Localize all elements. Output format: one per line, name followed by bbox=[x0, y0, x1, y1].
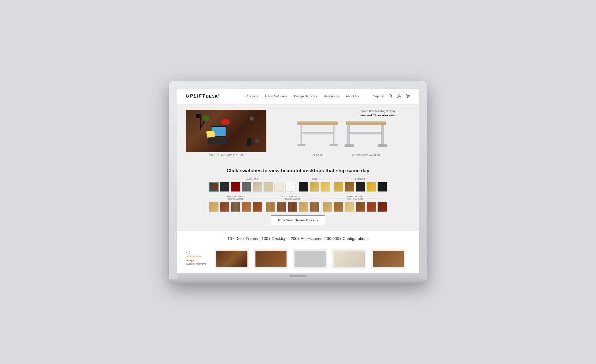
svg-rect-22 bbox=[350, 132, 381, 134]
bottom-product-5[interactable] bbox=[371, 249, 405, 269]
swatch-gray[interactable] bbox=[242, 182, 251, 192]
laptop-notch bbox=[289, 275, 307, 277]
bamboo-label: BAMBOO bbox=[355, 178, 366, 180]
rubberwood-label: RUBBERWOODSOLID WOOD bbox=[226, 195, 245, 200]
svg-rect-21 bbox=[378, 144, 387, 147]
swatch-eco-black[interactable] bbox=[299, 182, 308, 192]
v2-desk-label: V2 DESK bbox=[296, 154, 339, 156]
swatch-wp-2[interactable] bbox=[334, 202, 343, 212]
rubberwood-group: RUBBERWOODSOLID WOOD bbox=[209, 195, 262, 212]
wide-plank-swatches bbox=[323, 202, 387, 212]
v2-desk-image bbox=[296, 118, 339, 151]
swatch-bamboo-black[interactable] bbox=[355, 182, 365, 192]
swatch-eco-tan[interactable] bbox=[309, 182, 319, 192]
nav-products[interactable]: Products bbox=[246, 94, 258, 98]
swatches-title: Click swatches to view beautiful desktop… bbox=[184, 168, 412, 174]
nav-about[interactable]: About Us bbox=[346, 94, 359, 98]
desk-top-image bbox=[186, 110, 266, 152]
swatch-bb-2[interactable] bbox=[277, 202, 287, 212]
swatch-bb-4[interactable] bbox=[299, 202, 308, 212]
swatch-rw-3[interactable] bbox=[231, 202, 241, 212]
dream-desk-button[interactable]: Pick Your Dream Desk › bbox=[271, 215, 325, 225]
swatch-walnut[interactable] bbox=[209, 182, 219, 192]
cart-icon[interactable] bbox=[405, 94, 410, 98]
swatch-bamboo-dark[interactable] bbox=[377, 182, 387, 192]
swatch-bamboo-natural[interactable] bbox=[334, 182, 343, 192]
bottom-product-1[interactable] bbox=[215, 249, 249, 269]
swatch-groups-row1: LAMINATE bbox=[184, 178, 412, 192]
swatch-wp-3[interactable] bbox=[345, 202, 354, 212]
nav-links: Products Office Solutions Design Service… bbox=[231, 94, 373, 98]
swatch-bb-1[interactable] bbox=[266, 202, 276, 212]
eco-group: ECO bbox=[299, 178, 330, 192]
swatch-wp-5[interactable] bbox=[366, 202, 376, 212]
wide-plank-group: WIDE PLANKSOLID WOOD bbox=[323, 195, 387, 212]
svg-point-3 bbox=[407, 97, 408, 98]
svg-rect-11 bbox=[297, 144, 305, 146]
swatch-black[interactable] bbox=[220, 182, 230, 192]
butcher-block-swatches bbox=[266, 202, 319, 212]
laptop-screen: UPLIFT DESK® Products Office Solutions D… bbox=[177, 89, 419, 273]
swatch-rw-2[interactable] bbox=[220, 202, 230, 212]
nav-right: Support bbox=[373, 94, 410, 98]
butcher-block-label: BUTCHER BLOCKSOLID WOOD bbox=[282, 195, 303, 200]
swatch-bamboo-golden[interactable] bbox=[366, 182, 376, 192]
desk-top-label: WALNUT LAMINATE 1" THICK bbox=[186, 154, 266, 156]
nav-resources[interactable]: Resources bbox=[324, 94, 339, 98]
svg-rect-12 bbox=[330, 144, 338, 146]
swatch-bamboo-brown[interactable] bbox=[345, 182, 354, 192]
bottom-product-4[interactable] bbox=[332, 249, 366, 269]
v2-commercial-desk: V2-COMMERCIAL DESK bbox=[345, 118, 387, 156]
logo-uplift: UPLIFT bbox=[186, 94, 205, 99]
swatch-groups-row2: RUBBERWOODSOLID WOOD BUTC bbox=[184, 195, 412, 212]
swatch-rw-5[interactable] bbox=[253, 202, 262, 212]
swatch-wp-6[interactable] bbox=[377, 202, 387, 212]
bottom-product-3[interactable] bbox=[293, 249, 327, 269]
svg-rect-17 bbox=[348, 125, 349, 146]
review-stars: ★★★★★ bbox=[186, 255, 215, 258]
laptop-container: UPLIFT DESK® Products Office Solutions D… bbox=[169, 81, 427, 283]
bamboo-group: BAMBOO bbox=[334, 178, 387, 192]
nav-office-solutions[interactable]: Office Solutions bbox=[265, 94, 287, 98]
laptop-base bbox=[177, 273, 419, 279]
navigation: UPLIFT DESK® Products Office Solutions D… bbox=[177, 89, 419, 104]
laminate-label: LAMINATE bbox=[246, 178, 258, 180]
bottom-products: 4.8 ★★★★★ Google Customer Reviews bbox=[177, 246, 419, 273]
svg-rect-13 bbox=[302, 132, 333, 134]
logo[interactable]: UPLIFT DESK® bbox=[186, 94, 220, 99]
swatch-rw-1[interactable] bbox=[209, 202, 219, 212]
swatch-tan[interactable] bbox=[253, 182, 262, 192]
review-source: Google bbox=[186, 259, 215, 262]
svg-line-1 bbox=[391, 97, 393, 98]
swatch-beige[interactable] bbox=[264, 182, 273, 192]
user-icon[interactable] bbox=[397, 94, 401, 98]
swatch-red[interactable] bbox=[231, 182, 241, 192]
bottom-product-2[interactable] bbox=[254, 249, 288, 269]
swatch-light[interactable] bbox=[274, 182, 284, 192]
svg-rect-10 bbox=[334, 125, 335, 145]
laptop-foot bbox=[169, 279, 427, 283]
laminate-swatches bbox=[209, 182, 295, 192]
nav-support-label: Support bbox=[373, 94, 384, 98]
swatch-white[interactable] bbox=[285, 182, 295, 192]
swatch-rw-4[interactable] bbox=[242, 202, 251, 212]
swatch-bb-3[interactable] bbox=[288, 202, 297, 212]
wide-plank-label: WIDE PLANKSOLID WOOD bbox=[347, 195, 363, 200]
eco-label: ECO bbox=[312, 178, 317, 180]
stats-text: 10+ Desk Frames, 100+ Desktops, 200+ Acc… bbox=[186, 236, 410, 241]
swatch-wp-4[interactable] bbox=[355, 202, 365, 212]
review-score: 4.8 bbox=[186, 251, 215, 254]
swatches-section: Click swatches to view beautiful desktop… bbox=[177, 163, 419, 231]
logo-desk: DESK® bbox=[206, 94, 220, 98]
swatch-wp-1[interactable] bbox=[323, 202, 332, 212]
svg-rect-6 bbox=[297, 121, 338, 123]
swatch-eco-light[interactable] bbox=[320, 182, 330, 192]
swatch-bb-5[interactable] bbox=[309, 202, 319, 212]
svg-point-4 bbox=[409, 97, 409, 98]
search-icon[interactable] bbox=[388, 94, 393, 98]
bamboo-swatches bbox=[334, 182, 387, 192]
v2-commercial-desk-image bbox=[345, 118, 387, 151]
review-label: Customer Reviews bbox=[186, 262, 215, 265]
butcher-block-group: BUTCHER BLOCKSOLID WOOD bbox=[266, 195, 319, 212]
nav-design-services[interactable]: Design Services bbox=[294, 94, 317, 98]
